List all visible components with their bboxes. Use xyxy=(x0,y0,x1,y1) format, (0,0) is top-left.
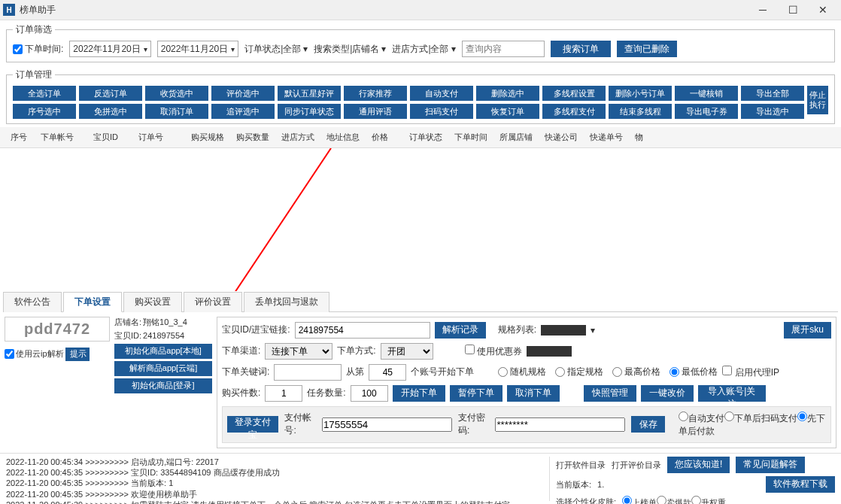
import-account-button[interactable]: 导入账号|关注 xyxy=(698,385,766,402)
skin-radio[interactable]: 升权重 xyxy=(691,498,726,504)
open-software-dir-link[interactable]: 打开软件目录 xyxy=(556,460,606,470)
enter-method-dropdown[interactable]: 进店方式|全部 ▾ xyxy=(392,43,455,56)
coupon-field[interactable] xyxy=(527,346,572,357)
task-input[interactable] xyxy=(351,385,388,402)
stop-execute-button[interactable]: 停止执行 xyxy=(807,86,828,114)
search-type-dropdown[interactable]: 搜索类型|店铺名 ▾ xyxy=(314,43,386,56)
search-input[interactable] xyxy=(462,41,545,57)
faq-button[interactable]: 常见问题解答 xyxy=(736,457,805,473)
proxy-checkbox[interactable] xyxy=(722,366,732,375)
maximize-button[interactable]: ☐ xyxy=(778,1,808,19)
method-select[interactable]: 开团 xyxy=(381,343,433,360)
start-order-button[interactable]: 开始下单 xyxy=(393,385,445,402)
hint-button[interactable]: 提示 xyxy=(65,348,90,361)
manage-button[interactable]: 扫码支付 xyxy=(410,104,473,119)
minimize-button[interactable]: ─ xyxy=(748,1,778,19)
manage-button[interactable]: 追评选中 xyxy=(211,104,275,119)
manage-button[interactable]: 默认五星好评 xyxy=(278,86,341,101)
skin-radio[interactable]: 上榜单 xyxy=(622,498,657,504)
save-button[interactable]: 保存 xyxy=(631,416,664,433)
parse-record-button[interactable]: 解析记录 xyxy=(435,322,486,339)
column-header[interactable]: 物 xyxy=(630,130,653,144)
column-header[interactable]: 价格 xyxy=(367,130,405,144)
manage-button[interactable]: 多线程支付 xyxy=(542,104,606,119)
manage-button[interactable]: 导出全部 xyxy=(741,86,804,101)
manage-button[interactable]: 通用评语 xyxy=(344,104,407,119)
date-from[interactable]: 2022年11月20日 ▾ xyxy=(69,41,150,57)
cancel-order-button[interactable]: 取消下单 xyxy=(507,385,560,402)
column-header[interactable]: 序号 xyxy=(6,130,36,144)
column-header[interactable]: 地址信息 xyxy=(322,130,367,144)
manage-button[interactable]: 免拼选中 xyxy=(79,104,142,119)
column-header[interactable]: 购买规格 xyxy=(187,130,232,144)
order-status-dropdown[interactable]: 订单状态|全部 ▾ xyxy=(244,43,308,56)
manage-button[interactable]: 取消订单 xyxy=(145,104,208,119)
parse-cloud-button[interactable]: 解析商品app[云端] xyxy=(114,361,212,376)
spec-radio[interactable]: 最低价格 xyxy=(669,366,718,378)
keyword-input[interactable] xyxy=(274,364,342,381)
manage-button[interactable]: 自动支付 xyxy=(410,86,473,101)
column-header[interactable]: 购买数量 xyxy=(232,130,277,144)
proxy-checkbox-label[interactable]: 启用代理IP xyxy=(722,366,779,379)
open-eval-dir-link[interactable]: 打开评价目录 xyxy=(612,460,661,470)
manage-button[interactable]: 全选订单 xyxy=(13,86,76,101)
snapshot-button[interactable]: 快照管理 xyxy=(584,385,636,402)
manage-button[interactable]: 结束多线程 xyxy=(609,104,672,119)
date-to[interactable]: 2022年11月20日 ▾ xyxy=(157,41,238,57)
qty-input[interactable] xyxy=(265,385,302,402)
manage-button[interactable]: 行家推荐 xyxy=(344,86,407,101)
spec-radio[interactable]: 随机规格 xyxy=(498,366,546,378)
manage-button[interactable]: 删除选中 xyxy=(476,86,539,101)
change-price-button[interactable]: 一键改价 xyxy=(641,385,694,402)
pay-radio[interactable]: 自动支付 xyxy=(679,413,724,424)
manage-button[interactable]: 导出电子券 xyxy=(675,104,738,119)
manage-button[interactable]: 反选订单 xyxy=(79,86,142,101)
cloud-ip-checkbox[interactable] xyxy=(5,349,14,359)
tab[interactable]: 丢单找回与退款 xyxy=(244,292,329,312)
manage-button[interactable]: 收货选中 xyxy=(145,86,208,101)
spec-list-field[interactable] xyxy=(541,325,586,335)
coupon-checkbox-label[interactable]: 使用优惠券 xyxy=(465,345,522,358)
column-header[interactable]: 下单帐号 xyxy=(36,130,89,144)
pause-order-button[interactable]: 暂停下单 xyxy=(450,385,502,402)
manage-button[interactable]: 多线程设置 xyxy=(542,86,606,101)
tab[interactable]: 评价设置 xyxy=(184,292,242,312)
manage-button[interactable]: 一键核销 xyxy=(675,86,738,101)
query-deleted-button[interactable]: 查询已删除 xyxy=(617,41,677,57)
manage-button[interactable]: 删除小号订单 xyxy=(609,86,672,101)
column-header[interactable]: 订单状态 xyxy=(405,130,450,144)
alipay-password-input[interactable] xyxy=(495,417,625,432)
pay-radio[interactable]: 下单后扫码支付 xyxy=(724,413,797,424)
tab[interactable]: 软件公告 xyxy=(3,292,62,312)
spec-radio[interactable]: 指定规格 xyxy=(555,366,603,378)
column-header[interactable]: 快递公司 xyxy=(540,130,585,144)
tutorial-download-button[interactable]: 软件教程下载 xyxy=(766,476,835,493)
close-button[interactable]: ✕ xyxy=(808,1,838,19)
search-order-button[interactable]: 搜索订单 xyxy=(551,41,611,57)
column-header[interactable]: 快递单号 xyxy=(585,130,630,144)
from-index-input[interactable] xyxy=(369,364,406,381)
time-checkbox-label[interactable]: 下单时间: xyxy=(13,43,63,56)
init-local-button[interactable]: 初始化商品app[本地] xyxy=(114,344,212,359)
column-header[interactable]: 进店方式 xyxy=(277,130,322,144)
alipay-account-input[interactable] xyxy=(322,417,452,432)
time-checkbox[interactable] xyxy=(13,44,23,54)
column-header[interactable]: 所属店铺 xyxy=(495,130,540,144)
column-header[interactable]: 订单号 xyxy=(134,130,187,144)
item-link-input[interactable] xyxy=(295,322,430,339)
tab[interactable]: 购买设置 xyxy=(123,292,182,312)
table-body[interactable] xyxy=(0,148,841,290)
channel-select[interactable]: 连接下单 xyxy=(265,343,332,360)
expand-sku-button[interactable]: 展开sku xyxy=(784,322,831,339)
manage-button[interactable]: 同步订单状态 xyxy=(278,104,341,119)
init-login-button[interactable]: 初始化商品[登录] xyxy=(114,378,212,393)
spec-radio[interactable]: 最高价格 xyxy=(612,366,660,378)
manage-button[interactable]: 序号选中 xyxy=(13,104,76,119)
login-alipay-button[interactable]: 登录支付宝 xyxy=(227,416,278,433)
you-should-know-button[interactable]: 您应该知道! xyxy=(667,457,730,473)
column-header[interactable]: 宝贝ID xyxy=(89,130,134,144)
coupon-checkbox[interactable] xyxy=(465,345,475,354)
manage-button[interactable]: 恢复订单 xyxy=(476,104,539,119)
column-header[interactable]: 下单时间 xyxy=(450,130,495,144)
skin-radio[interactable]: 卖爆款 xyxy=(657,498,691,504)
